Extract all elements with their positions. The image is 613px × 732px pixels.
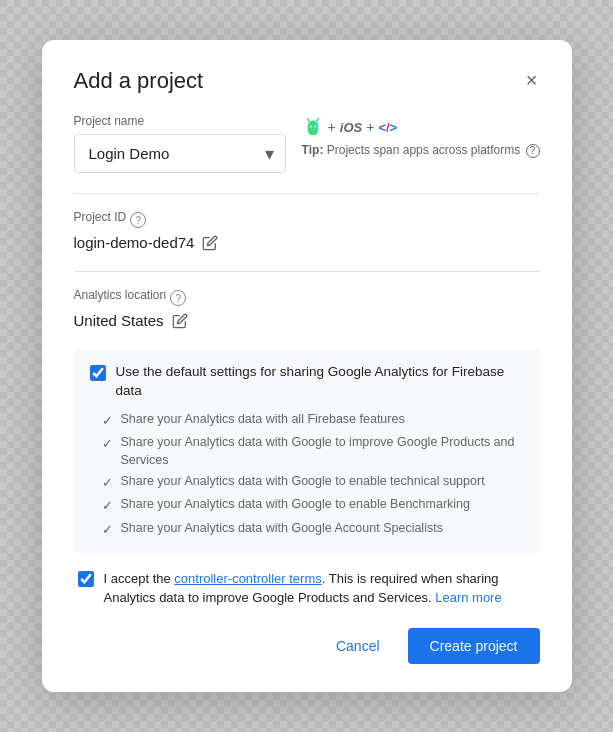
checkmark-icon: ✓	[102, 521, 113, 539]
close-button[interactable]: ×	[524, 68, 540, 92]
bullet-text: Share your Analytics data with Google to…	[121, 496, 471, 514]
svg-point-1	[314, 126, 316, 128]
list-item: ✓ Share your Analytics data with Google …	[102, 496, 524, 515]
sharing-checkbox-label[interactable]: Use the default settings for sharing Goo…	[116, 363, 524, 401]
analytics-label: Analytics location	[74, 288, 167, 302]
project-name-label: Project name	[74, 114, 286, 128]
list-item: ✓ Share your Analytics data with Google …	[102, 473, 524, 492]
bullet-text: Share your Analytics data with Google Ac…	[121, 520, 443, 538]
analytics-label-row: Analytics location ?	[74, 288, 540, 308]
analytics-value: United States	[74, 312, 164, 329]
project-id-edit-icon[interactable]	[202, 235, 218, 251]
create-project-button[interactable]: Create project	[408, 628, 540, 664]
project-id-label: Project ID	[74, 210, 127, 224]
terms-text[interactable]: I accept the controller-controller terms…	[104, 569, 536, 608]
analytics-edit-icon[interactable]	[172, 313, 188, 329]
terms-text-before: I accept the	[104, 571, 171, 586]
bullet-text: Share your Analytics data with all Fireb…	[121, 411, 405, 429]
terms-row: I accept the controller-controller terms…	[74, 569, 540, 608]
svg-line-2	[307, 119, 309, 121]
analytics-help-icon[interactable]: ?	[170, 290, 186, 306]
svg-point-0	[309, 126, 311, 128]
divider-1	[74, 193, 540, 194]
web-icon: </>	[378, 120, 397, 135]
sharing-checkbox[interactable]	[90, 365, 106, 381]
tip-help-icon[interactable]: ?	[526, 144, 540, 158]
project-id-label-row: Project ID ?	[74, 210, 540, 230]
bullet-text: Share your Analytics data with Google to…	[121, 434, 524, 469]
checkmark-icon: ✓	[102, 474, 113, 492]
project-name-left: Project name Login Demo ▾	[74, 114, 286, 173]
android-icon	[302, 116, 324, 138]
sharing-checkbox-section: Use the default settings for sharing Goo…	[74, 349, 540, 553]
platform-icons: + iOS + </>	[302, 116, 398, 138]
divider-2	[74, 271, 540, 272]
list-item: ✓ Share your Analytics data with Google …	[102, 520, 524, 539]
project-name-select-wrapper: Login Demo ▾	[74, 134, 286, 173]
cancel-button[interactable]: Cancel	[320, 628, 396, 664]
checkmark-icon: ✓	[102, 497, 113, 515]
project-name-select[interactable]: Login Demo	[74, 134, 286, 173]
tip-label: Tip:	[302, 143, 324, 157]
ios-icon: iOS	[340, 120, 362, 135]
project-id-value-row: login-demo-ded74	[74, 234, 540, 251]
analytics-section: Analytics location ? United States	[74, 288, 540, 329]
controller-terms-link[interactable]: controller-controller terms	[174, 571, 321, 586]
sharing-bullet-list: ✓ Share your Analytics data with all Fir…	[90, 411, 524, 539]
checkmark-icon: ✓	[102, 435, 113, 453]
tip-text: Tip: Projects span apps across platforms…	[302, 142, 540, 159]
dialog-header: Add a project ×	[74, 68, 540, 94]
project-id-help-icon[interactable]: ?	[130, 212, 146, 228]
list-item: ✓ Share your Analytics data with all Fir…	[102, 411, 524, 430]
learn-more-link[interactable]: Learn more	[435, 590, 501, 605]
sharing-checkbox-row: Use the default settings for sharing Goo…	[90, 363, 524, 401]
project-id-section: Project ID ? login-demo-ded74	[74, 210, 540, 251]
analytics-value-row: United States	[74, 312, 540, 329]
project-name-row: Project name Login Demo ▾ + iOS	[74, 114, 540, 173]
tip-area: + iOS + </> Tip: Projects span apps acro…	[302, 114, 540, 159]
project-id-value: login-demo-ded74	[74, 234, 195, 251]
tip-content: Projects span apps across platforms	[327, 143, 520, 157]
dialog-footer: Cancel Create project	[74, 628, 540, 664]
terms-checkbox[interactable]	[78, 571, 94, 587]
checkmark-icon: ✓	[102, 412, 113, 430]
platform-plus-2: +	[366, 119, 374, 135]
dialog-title: Add a project	[74, 68, 204, 94]
platform-plus-1: +	[328, 119, 336, 135]
add-project-dialog: Add a project × Project name Login Demo …	[42, 40, 572, 692]
bullet-text: Share your Analytics data with Google to…	[121, 473, 485, 491]
list-item: ✓ Share your Analytics data with Google …	[102, 434, 524, 469]
svg-line-3	[316, 119, 318, 121]
